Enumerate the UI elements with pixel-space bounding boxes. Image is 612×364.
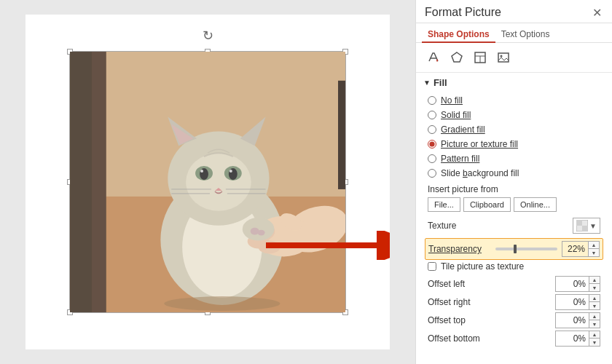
offset-bottom-increment[interactable]: ▲ xyxy=(589,331,600,339)
gradient-fill-label: Gradient fill xyxy=(441,124,485,135)
solid-fill-radio[interactable] xyxy=(428,111,436,119)
offsets-container: Offset left 0% ▲ ▼ Offset right 0% ▲ ▼ O… xyxy=(428,276,600,347)
fill-icon-btn[interactable] xyxy=(423,47,444,68)
texture-row: Texture ▼ xyxy=(428,218,600,234)
no-fill-label: No fill xyxy=(441,95,463,106)
pattern-fill-label: Pattern fill xyxy=(441,154,479,164)
section-expand-icon: ▼ xyxy=(423,79,431,87)
transparency-value-box: 22% ▲ ▼ xyxy=(562,241,600,257)
format-panel: Format Picture ✕ Shape Options Text Opti… xyxy=(415,0,612,364)
transparency-spinner: ▲ ▼ xyxy=(588,242,599,256)
shape-image xyxy=(70,52,345,312)
solid-fill-label: Solid fill xyxy=(441,110,471,120)
offset-top-spinner: ▲ ▼ xyxy=(589,313,600,328)
offset-bottom-spinner: ▲ ▼ xyxy=(589,331,600,346)
selected-shape[interactable]: ↻ xyxy=(69,51,346,313)
offset-right-label: Offset right xyxy=(428,297,555,307)
panel-header: Format Picture ✕ xyxy=(416,0,612,23)
offset-bottom-row: Offset bottom 0% ▲ ▼ xyxy=(428,331,600,347)
svg-rect-41 xyxy=(498,53,509,62)
offset-top-label: Offset top xyxy=(428,315,555,325)
offset-right-value: 0% xyxy=(556,296,589,308)
fill-section-header[interactable]: ▼ Fill xyxy=(416,73,612,92)
svg-rect-44 xyxy=(576,220,582,226)
cat-scene-svg xyxy=(70,52,345,312)
slide-area: ↻ xyxy=(0,0,415,364)
no-fill-option[interactable]: No fill xyxy=(428,95,600,106)
offset-left-decrement[interactable]: ▼ xyxy=(589,284,600,291)
insert-picture-btns: File... Clipboard Online... xyxy=(428,197,600,212)
transparency-value: 22% xyxy=(562,243,588,255)
offset-bottom-decrement[interactable]: ▼ xyxy=(589,339,600,346)
offset-bottom-label: Offset bottom xyxy=(428,333,555,344)
clipboard-btn[interactable]: Clipboard xyxy=(463,197,511,212)
offset-left-value: 0% xyxy=(556,278,589,290)
slide-bg-fill-label: Slide background fill xyxy=(441,168,519,178)
offset-right-value-box: 0% ▲ ▼ xyxy=(555,294,600,310)
transparency-increment[interactable]: ▲ xyxy=(589,242,599,249)
close-button[interactable]: ✕ xyxy=(591,6,603,20)
transparency-label: Transparency xyxy=(428,244,491,254)
texture-dropdown-arrow: ▼ xyxy=(589,222,597,230)
svg-marker-37 xyxy=(452,52,462,62)
layout-icon-btn[interactable] xyxy=(470,47,490,68)
panel-title: Format Picture xyxy=(425,6,501,19)
image-icon-btn[interactable] xyxy=(493,47,514,68)
texture-picker-btn[interactable]: ▼ xyxy=(573,218,600,234)
offset-left-increment[interactable]: ▲ xyxy=(589,277,600,284)
offset-right-increment[interactable]: ▲ xyxy=(589,295,600,302)
offset-top-increment[interactable]: ▲ xyxy=(589,313,600,320)
fill-section-content: No fill Solid fill Gradient fill Picture… xyxy=(416,92,612,355)
slide-canvas: ↻ xyxy=(26,15,390,349)
svg-rect-45 xyxy=(582,226,588,232)
transparency-slider[interactable] xyxy=(495,248,558,250)
fill-section-title: Fill xyxy=(434,77,447,88)
offset-top-row: Offset top 0% ▲ ▼ xyxy=(428,312,600,328)
pattern-fill-option[interactable]: Pattern fill xyxy=(428,154,600,164)
transparency-row: Transparency 22% ▲ ▼ xyxy=(425,238,603,260)
icon-bar xyxy=(416,43,612,73)
slide-bg-fill-radio[interactable] xyxy=(428,169,436,178)
rotate-icon: ↻ xyxy=(203,28,213,44)
transparency-slider-thumb[interactable] xyxy=(514,245,517,253)
tile-label: Tile picture as texture xyxy=(441,261,524,272)
gradient-fill-radio[interactable] xyxy=(428,125,436,134)
offset-left-label: Offset left xyxy=(428,279,555,289)
slide-bg-fill-option[interactable]: Slide background fill xyxy=(428,168,600,178)
online-btn[interactable]: Online... xyxy=(514,197,557,212)
offset-bottom-value: 0% xyxy=(556,333,589,344)
rotate-handle[interactable]: ↻ xyxy=(202,30,213,41)
tab-text-options[interactable]: Text Options xyxy=(495,26,556,42)
picture-fill-option[interactable]: Picture or texture fill xyxy=(428,139,600,149)
red-arrow-container xyxy=(259,231,390,262)
insert-picture-label: Insert picture from xyxy=(428,184,600,194)
shape-icon-btn[interactable] xyxy=(447,47,467,68)
tab-shape-options[interactable]: Shape Options xyxy=(422,26,495,42)
svg-point-42 xyxy=(501,55,503,58)
offset-top-value-box: 0% ▲ ▼ xyxy=(555,312,600,328)
offset-top-value: 0% xyxy=(556,314,589,326)
transparency-decrement[interactable]: ▼ xyxy=(589,249,599,256)
panel-content: ▼ Fill No fill Solid fill Gradient fill xyxy=(416,73,612,364)
file-btn[interactable]: File... xyxy=(428,197,460,212)
offset-bottom-value-box: 0% ▲ ▼ xyxy=(555,331,600,347)
picture-fill-label: Picture or texture fill xyxy=(441,139,518,149)
gradient-fill-option[interactable]: Gradient fill xyxy=(428,124,600,135)
tile-checkbox-row: Tile picture as texture xyxy=(428,261,600,272)
svg-rect-33 xyxy=(70,52,345,312)
offset-right-row: Offset right 0% ▲ ▼ xyxy=(428,294,600,310)
picture-fill-radio[interactable] xyxy=(428,140,436,149)
no-fill-radio[interactable] xyxy=(428,96,436,105)
offset-top-decrement[interactable]: ▼ xyxy=(589,320,600,328)
solid-fill-option[interactable]: Solid fill xyxy=(428,110,600,120)
pattern-fill-radio[interactable] xyxy=(428,154,436,163)
offset-left-value-box: 0% ▲ ▼ xyxy=(555,276,600,292)
offset-right-spinner: ▲ ▼ xyxy=(589,295,600,309)
offset-right-decrement[interactable]: ▼ xyxy=(589,302,600,309)
red-arrow-svg xyxy=(259,231,390,260)
tile-checkbox[interactable] xyxy=(428,262,436,271)
fill-radio-group: No fill Solid fill Gradient fill Picture… xyxy=(428,95,600,178)
panel-tabs: Shape Options Text Options xyxy=(416,23,612,43)
offset-left-row: Offset left 0% ▲ ▼ xyxy=(428,276,600,292)
texture-label: Texture xyxy=(428,221,456,231)
